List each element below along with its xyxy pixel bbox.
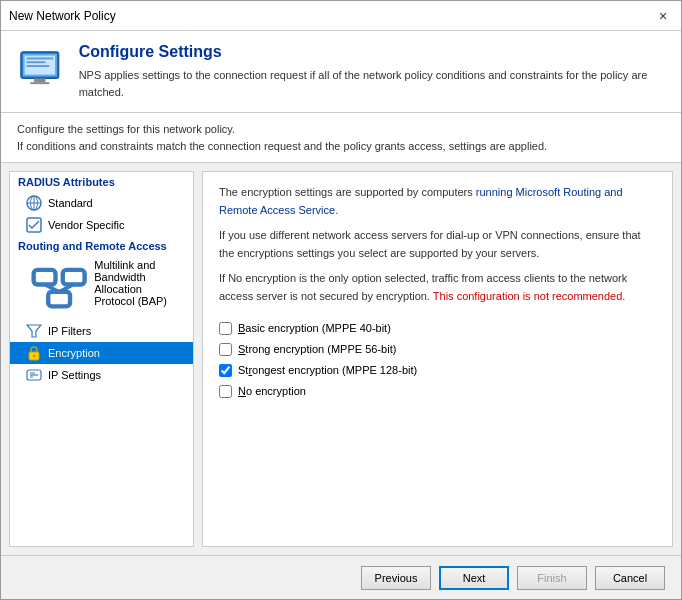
sidebar-vendor-label: Vendor Specific [48, 219, 124, 231]
previous-button[interactable]: Previous [361, 566, 431, 590]
svg-rect-6 [27, 61, 46, 63]
para2: If you use different network access serv… [219, 227, 656, 262]
main-content: The encryption settings are supported by… [202, 171, 673, 547]
sidebar-group-radius[interactable]: RADIUS Attributes [10, 172, 193, 192]
title-bar: New Network Policy × [1, 1, 681, 31]
svg-rect-14 [63, 270, 85, 285]
content-area: RADIUS Attributes Standard Vendor Specif [1, 163, 681, 555]
close-button[interactable]: × [653, 6, 673, 26]
checkbox-row-basic: Basic encryption (MPPE 40-bit) [219, 322, 656, 335]
svg-rect-15 [48, 292, 70, 307]
sidebar-item-ipfilters[interactable]: IP Filters [10, 320, 193, 342]
checkbox-row-strong: Strong encryption (MPPE 56-bit) [219, 343, 656, 356]
footer: Previous Next Finish Cancel [1, 555, 681, 599]
dialog-title: New Network Policy [9, 9, 116, 23]
checkbox-group: Basic encryption (MPPE 40-bit) Strong en… [219, 322, 656, 398]
desc-line1: Configure the settings for this network … [17, 121, 665, 138]
para3: If No encryption is the only option sele… [219, 270, 656, 305]
sidebar-item-vendor[interactable]: Vendor Specific [10, 214, 193, 236]
sidebar-multilink-label: Multilink and Bandwidth Allocation Proto… [94, 259, 185, 307]
next-button[interactable]: Next [439, 566, 509, 590]
sidebar-ipsettings-label: IP Settings [48, 369, 101, 381]
finish-button[interactable]: Finish [517, 566, 587, 590]
svg-rect-3 [30, 82, 49, 84]
checkbox-noenc-label[interactable]: No encryption [238, 385, 306, 397]
svg-rect-13 [34, 270, 56, 285]
checkbox-row-strongest: Strongest encryption (MPPE 128-bit) [219, 364, 656, 377]
svg-rect-2 [34, 78, 45, 82]
svg-marker-18 [27, 325, 41, 337]
header-description: NPS applies settings to the connection r… [79, 67, 665, 100]
desc-line2: If conditions and constraints match the … [17, 138, 665, 155]
ipsettings-icon [26, 367, 42, 383]
filter-icon [26, 323, 42, 339]
para1-link: running Microsoft Routing and Remote Acc… [219, 186, 623, 216]
cancel-button[interactable]: Cancel [595, 566, 665, 590]
svg-point-20 [33, 355, 36, 358]
checkbox-basic[interactable] [219, 322, 232, 335]
lock-icon [26, 345, 42, 361]
sidebar-item-standard[interactable]: Standard [10, 192, 193, 214]
globe-icon [26, 195, 42, 211]
svg-rect-5 [27, 57, 54, 59]
checkbox-strong-label[interactable]: Strong encryption (MPPE 56-bit) [238, 343, 396, 355]
checkbox-basic-label[interactable]: Basic encryption (MPPE 40-bit) [238, 322, 391, 334]
configure-icon [17, 43, 63, 91]
checkbox-strong[interactable] [219, 343, 232, 356]
para1: The encryption settings are supported by… [219, 184, 656, 219]
header-title: Configure Settings [79, 43, 665, 61]
checkbox-noenc[interactable] [219, 385, 232, 398]
multilink-icon [30, 259, 88, 317]
sidebar-encryption-label: Encryption [48, 347, 100, 359]
sidebar-ipfilters-label: IP Filters [48, 325, 91, 337]
description-section: Configure the settings for this network … [1, 113, 681, 163]
sidebar-item-encryption[interactable]: Encryption [10, 342, 193, 364]
sidebar: RADIUS Attributes Standard Vendor Specif [9, 171, 194, 547]
sidebar-standard-label: Standard [48, 197, 93, 209]
svg-rect-7 [27, 65, 50, 67]
checkbox-strongest-label[interactable]: Strongest encryption (MPPE 128-bit) [238, 364, 417, 376]
para3-warning: This configuration is not recommended. [433, 290, 626, 302]
sidebar-item-multilink[interactable]: Multilink and Bandwidth Allocation Proto… [10, 256, 193, 320]
header-section: Configure Settings NPS applies settings … [1, 31, 681, 113]
dialog: New Network Policy × Configure Settings … [0, 0, 682, 600]
header-text: Configure Settings NPS applies settings … [79, 43, 665, 100]
checkbox-strongest[interactable] [219, 364, 232, 377]
checkbox-row-noenc: No encryption [219, 385, 656, 398]
sidebar-item-ipsettings[interactable]: IP Settings [10, 364, 193, 386]
sidebar-group-routing[interactable]: Routing and Remote Access [10, 236, 193, 256]
vendor-icon [26, 217, 42, 233]
